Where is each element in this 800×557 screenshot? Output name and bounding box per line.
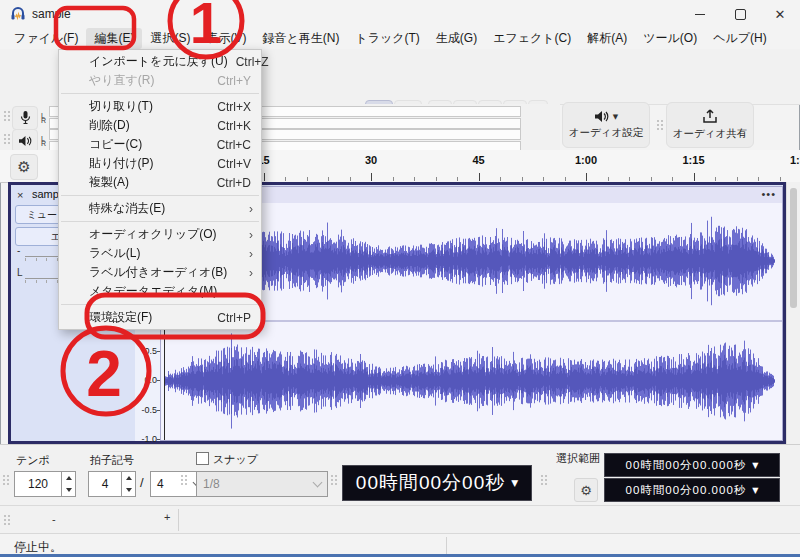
scale-label: 0.0 <box>144 375 157 385</box>
ruler-minor-tick <box>737 177 738 181</box>
menu-item[interactable]: 環境設定(F)Ctrl+P <box>59 308 261 327</box>
audio-setup-label: オーディオ設定 <box>569 126 643 140</box>
selection-start-value: 00時間00分00.000秒 <box>626 458 747 473</box>
menubar-item[interactable]: トラック(T) <box>347 28 427 49</box>
menu-item[interactable]: 貼り付け(P)Ctrl+V <box>59 154 261 173</box>
speaker-icon <box>594 110 609 123</box>
timesig-upper-spinbox[interactable]: 4 <box>88 471 136 497</box>
ruler-minor-tick <box>500 177 501 181</box>
selection-end-value: 00時間00分00.000秒 <box>626 483 747 498</box>
selection-end-dropdown-icon[interactable]: ▼ <box>752 486 758 495</box>
share-upload-icon <box>702 109 718 124</box>
menu-separator <box>61 93 259 94</box>
menu-item[interactable]: ラベル(L)› <box>59 244 261 263</box>
menu-item[interactable]: やり直す(R)Ctrl+Y <box>59 71 261 90</box>
menu-item[interactable]: コピー(C)Ctrl+C <box>59 135 261 154</box>
close-button[interactable]: ✕ <box>760 0 800 28</box>
minimize-button[interactable] <box>680 0 720 28</box>
ruler-tick-label: 30 <box>365 154 377 166</box>
record-meter-button[interactable] <box>12 106 38 130</box>
track-close-icon[interactable]: × <box>17 189 23 201</box>
selection-start-display[interactable]: 00時間00分00.000秒 ▼ <box>604 453 780 477</box>
menu-separator <box>61 221 259 222</box>
audio-share-button[interactable]: オーディオ共有 <box>666 102 754 148</box>
window-title: sample <box>32 7 71 21</box>
tempo-spinbox[interactable]: 120 <box>14 471 76 497</box>
selection-options-button[interactable]: ⚙ <box>574 478 598 502</box>
time-display-dropdown-icon[interactable]: ▼ <box>511 478 518 488</box>
menubar-item[interactable]: ツール(O) <box>635 28 705 49</box>
ruler-minor-tick <box>350 177 351 181</box>
snap-checkbox-row[interactable]: スナップ <box>196 452 258 467</box>
vertical-scrollbar[interactable] <box>786 182 800 444</box>
ruler-major-tick <box>694 173 695 181</box>
time-signature-grip[interactable] <box>2 463 10 497</box>
ruler-minor-tick <box>457 177 458 181</box>
menubar-item[interactable]: 生成(G) <box>428 28 485 49</box>
menu-item[interactable]: 複製(A)Ctrl+D <box>59 173 261 192</box>
record-meter-grip[interactable] <box>3 107 11 125</box>
menubar-item[interactable]: ヘルプ(H) <box>705 28 775 49</box>
ruler-minor-tick <box>629 177 630 181</box>
play-meter-grip[interactable] <box>3 130 11 148</box>
timesig-spin-arrows[interactable] <box>121 472 135 496</box>
menubar-item[interactable]: 解析(A) <box>579 28 635 49</box>
menu-item[interactable]: 削除(D)Ctrl+K <box>59 116 261 135</box>
selection-grip[interactable] <box>540 463 548 497</box>
timeline-options-button[interactable]: ⚙ <box>10 154 38 180</box>
edit-menu: インポートを元に戻す(U)Ctrl+Zやり直す(R)Ctrl+Y切り取り(T)C… <box>58 49 262 330</box>
audio-share-label: オーディオ共有 <box>673 127 747 141</box>
ruler-minor-tick <box>672 177 673 181</box>
menubar-item[interactable]: 編集(E) <box>86 28 142 49</box>
menubar-item[interactable]: 録音と再生(N) <box>254 28 347 49</box>
snap-grip[interactable] <box>180 463 188 497</box>
ruler-tick-label: 45 <box>472 154 484 166</box>
ruler-minor-tick <box>758 177 759 181</box>
tempo-label: テンポ <box>16 453 50 468</box>
menu-item[interactable]: インポートを元に戻す(U)Ctrl+Z <box>59 52 261 71</box>
menu-separator <box>61 304 259 305</box>
vertical-scrollbar-thumb[interactable] <box>790 188 797 308</box>
submenu-arrow-icon: › <box>249 247 253 261</box>
minimize-icon <box>695 14 705 15</box>
selection-end-display[interactable]: 00時間00分00.000秒 ▼ <box>604 478 780 502</box>
ruler-minor-tick <box>780 177 781 181</box>
clip-overflow-icon[interactable]: ••• <box>761 188 776 200</box>
menubar-item[interactable]: ファイル(F) <box>6 28 86 49</box>
submenu-arrow-icon: › <box>249 202 253 216</box>
ruler-minor-tick <box>414 177 415 181</box>
scale-label: -0.5 <box>141 405 157 415</box>
tempo-spin-arrows[interactable] <box>61 472 75 496</box>
toolbar-separator <box>178 509 179 531</box>
menubar-item[interactable]: エフェクト(C) <box>485 28 579 49</box>
menu-item[interactable]: メタデータエディタ(M) <box>59 282 261 301</box>
ruler-minor-tick <box>307 177 308 181</box>
play-speed-grip[interactable] <box>3 510 11 530</box>
menu-item[interactable]: 特殊な消去(E)› <box>59 199 261 218</box>
menu-item[interactable]: ラベル付きオーディオ(B)› <box>59 263 261 282</box>
ruler-minor-tick <box>715 177 716 181</box>
menu-separator <box>61 195 259 196</box>
ruler-minor-tick <box>522 177 523 181</box>
speaker-small-icon <box>18 135 32 147</box>
timesig-upper-value[interactable]: 4 <box>89 477 121 491</box>
selection-start-dropdown-icon[interactable]: ▼ <box>752 461 758 470</box>
tempo-value[interactable]: 120 <box>15 477 61 491</box>
time-display[interactable]: 00時間00分00秒 ▼ <box>342 465 532 501</box>
maximize-button[interactable] <box>720 0 760 28</box>
play-meter-button[interactable] <box>12 129 38 153</box>
menubar-item[interactable]: 表示(V) <box>198 28 254 49</box>
audio-setup-button[interactable]: ▼ オーディオ設定 <box>562 102 650 148</box>
snap-combo[interactable]: 1/8 <box>196 471 328 497</box>
gear-icon: ⚙ <box>17 158 30 176</box>
share-toolbar-grip[interactable] <box>656 107 664 143</box>
menu-item[interactable]: オーディオクリップ(O)› <box>59 225 261 244</box>
maximize-icon <box>735 9 746 20</box>
menubar-item[interactable]: 選択(S) <box>142 28 198 49</box>
menu-item[interactable]: 切り取り(T)Ctrl+X <box>59 97 261 116</box>
waveform-canvas-ch2[interactable] <box>161 322 782 440</box>
scale-label: 0.5 <box>144 346 157 356</box>
gear-icon: ⚙ <box>580 483 592 498</box>
time-grip[interactable] <box>330 463 338 497</box>
snap-checkbox[interactable] <box>196 452 209 465</box>
